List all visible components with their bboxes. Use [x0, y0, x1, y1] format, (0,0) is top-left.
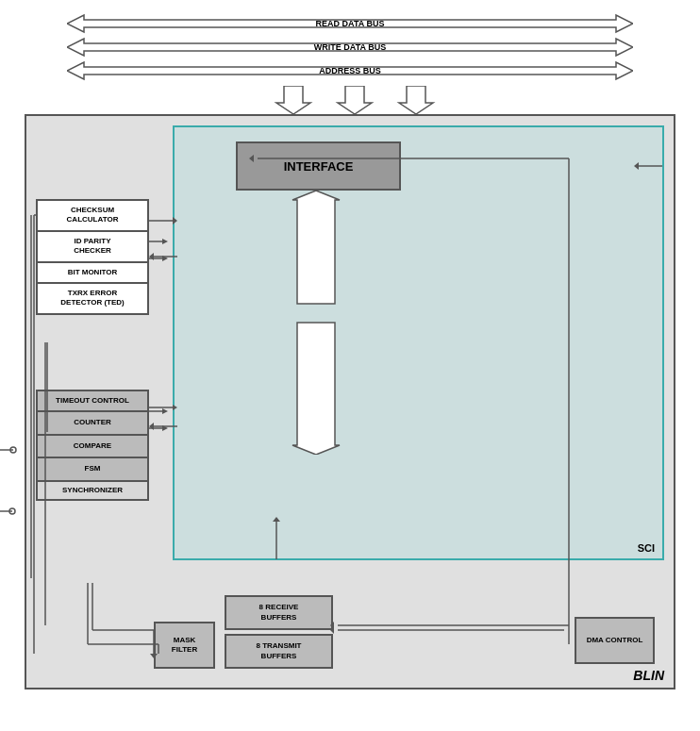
interface-right-arrow [634, 158, 662, 174]
svg-marker-28 [162, 425, 168, 431]
svg-text:ADDRESS BUS: ADDRESS BUS [319, 66, 381, 75]
svg-marker-11 [292, 191, 340, 304]
address-bus-arrow: ADDRESS BUS [67, 60, 633, 81]
double-arrows-checker [149, 237, 168, 263]
counter-block: COUNTER [36, 412, 149, 435]
svg-marker-6 [276, 86, 310, 114]
receive-buffers-block: 8 RECEIVEBUFFERS [225, 595, 333, 630]
mask-filter-block: MASKFILTER [154, 622, 215, 669]
left-col-lower: TIMEOUT CONTROL COUNTER COMPARE FSM SYNC… [36, 390, 149, 501]
address-bus: ADDRESS BUS [67, 60, 633, 81]
blin-label: BLIN [633, 668, 664, 683]
svg-text:WRITE DATA BUS: WRITE DATA BUS [314, 42, 386, 52]
buffer-blocks: 8 RECEIVEBUFFERS 8 TRANSMITBUFFERS [225, 595, 333, 669]
txrx-error-detector-block: TXRX ERRORDETECTOR (TED) [36, 284, 149, 315]
sci-box: SCI INTERFACE [173, 125, 664, 560]
left-col-upper: CHECKSUMCALCULATOR ID PARITYCHECKER BIT … [36, 199, 149, 315]
svg-marker-7 [338, 86, 372, 114]
lintx-scitx-signal: LINTX/ SCITX ✕ [0, 503, 12, 520]
read-data-bus-arrow: READ DATA BUS [67, 13, 633, 34]
dma-control-block: DMA CONTROL [575, 617, 655, 664]
down-arrows-svg [256, 86, 444, 114]
synchronizer-block: SYNCHRONIZER [36, 482, 149, 501]
interface-block: INTERFACE [236, 141, 401, 191]
timeout-control-block: TIMEOUT CONTROL [36, 390, 149, 412]
main-blin-box: BLIN SCI INTERFACE [25, 114, 675, 689]
fsm-block: FSM [36, 458, 149, 481]
svg-marker-12 [292, 323, 340, 455]
diagram-wrapper: READ DATA BUS WRITE DATA BUS ADDRESS BUS [0, 0, 700, 731]
down-arrows [67, 86, 633, 114]
sci-label: SCI [638, 542, 655, 554]
svg-marker-20 [162, 256, 168, 261]
arrow-checksum [149, 213, 177, 230]
svg-marker-10 [634, 162, 639, 170]
svg-text:READ DATA BUS: READ DATA BUS [316, 19, 385, 28]
checksum-calculator-block: CHECKSUMCALCULATOR [36, 199, 149, 232]
transmit-buffers-block: 8 TRANSMITBUFFERS [225, 634, 333, 669]
id-parity-checker-block: ID PARITYCHECKER [36, 232, 149, 263]
svg-marker-26 [162, 408, 168, 414]
linrx-scirx-signal: LINRX/ SCIRX ✕ [0, 441, 13, 458]
write-data-bus-arrow: WRITE DATA BUS [67, 37, 633, 58]
bit-monitor-block: BIT MONITOR [36, 263, 149, 284]
read-data-bus: READ DATA BUS [67, 13, 633, 34]
svg-marker-8 [399, 86, 433, 114]
svg-marker-22 [173, 405, 177, 410]
svg-marker-14 [173, 217, 177, 224]
sci-vertical-arrow [288, 191, 344, 455]
compare-block: COMPARE [36, 436, 149, 458]
write-data-bus: WRITE DATA BUS [67, 37, 633, 58]
buses-section: READ DATA BUS WRITE DATA BUS ADDRESS BUS [9, 13, 691, 84]
svg-marker-18 [162, 239, 168, 244]
double-arrows-lower [149, 407, 168, 433]
